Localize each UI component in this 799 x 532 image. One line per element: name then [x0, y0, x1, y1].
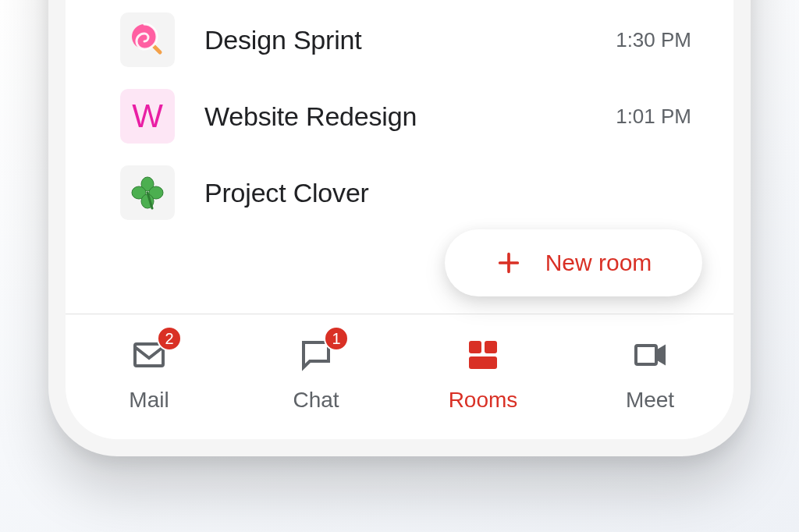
svg-rect-9 [469, 356, 497, 369]
rooms-icon [464, 336, 502, 374]
tab-mail[interactable]: 2 Mail [66, 325, 233, 439]
room-time: 1:01 PM [616, 105, 691, 129]
list-item[interactable]: Design Sprint 1:30 PM [66, 2, 733, 78]
badge: 2 [157, 326, 182, 351]
bottom-nav: 2 Mail 1 Chat [66, 316, 733, 439]
room-name: Website Redesign [204, 101, 586, 132]
svg-rect-10 [636, 346, 656, 364]
tab-chat[interactable]: 1 Chat [233, 325, 400, 439]
divider [66, 314, 733, 314]
rooms-list: Design Sprint 1:30 PM W Website Redesign… [66, 2, 733, 231]
letter-avatar: W [120, 89, 175, 144]
tab-label: Rooms [449, 388, 518, 413]
new-room-button[interactable]: New room [445, 229, 702, 296]
device-screen: Design Sprint 1:30 PM W Website Redesign… [66, 0, 733, 439]
room-time: 1:30 PM [616, 28, 691, 52]
plus-icon [495, 250, 522, 276]
room-name: Project Clover [204, 178, 662, 208]
clover-icon [120, 165, 175, 220]
tab-rooms[interactable]: Rooms [400, 325, 566, 439]
svg-rect-6 [135, 344, 163, 366]
badge: 1 [324, 326, 349, 351]
tab-label: Mail [129, 388, 169, 413]
meet-icon [631, 336, 669, 374]
list-item[interactable]: Project Clover [66, 154, 733, 231]
fab-label: New room [545, 250, 652, 276]
list-item[interactable]: W Website Redesign 1:01 PM [66, 78, 733, 154]
tab-label: Meet [626, 388, 674, 413]
device-frame: Design Sprint 1:30 PM W Website Redesign… [48, 0, 751, 456]
room-name: Design Sprint [204, 25, 586, 55]
svg-rect-7 [469, 341, 481, 353]
lollipop-icon [120, 12, 175, 67]
svg-rect-8 [485, 341, 497, 353]
tab-meet[interactable]: Meet [566, 325, 733, 439]
tab-label: Chat [293, 388, 339, 413]
